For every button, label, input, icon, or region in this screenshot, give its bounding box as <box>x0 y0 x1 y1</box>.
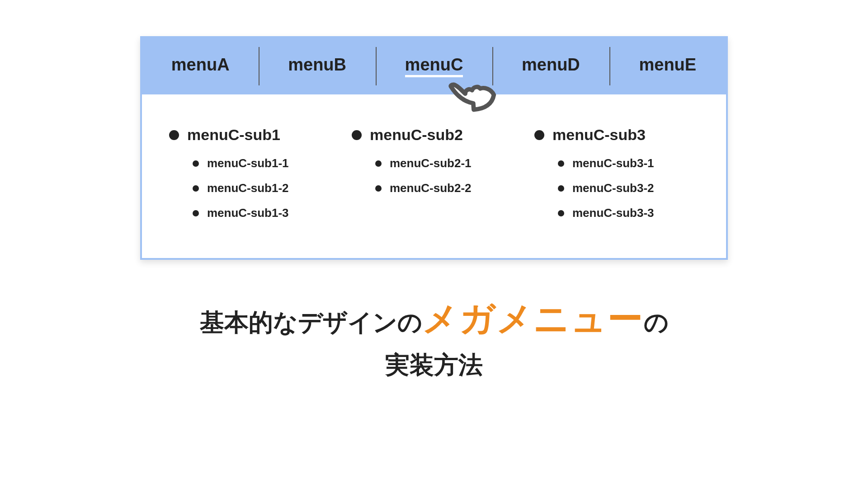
caption-accent: メガメニュー <box>422 299 644 338</box>
dropdown-link[interactable]: menuC-sub3-3 <box>558 206 699 220</box>
dropdown-heading[interactable]: menuC-sub2 <box>352 126 516 144</box>
menu-item-label: menuD <box>522 55 580 74</box>
menu-item-label: menuE <box>639 55 696 74</box>
menu-item-e[interactable]: menuE <box>609 38 726 94</box>
dropdown-column: menuC-sub2 menuC-sub2-1 menuC-sub2-2 <box>352 126 516 231</box>
menu-item-label: menuC <box>405 55 463 77</box>
menubar: menuA menuB menuC menuD menuE <box>142 38 726 94</box>
caption-post: の <box>644 309 669 336</box>
dropdown-link-label: menuC-sub3-3 <box>572 206 654 220</box>
bullet-icon <box>375 185 382 192</box>
menu-item-c[interactable]: menuC <box>376 38 492 94</box>
dropdown-heading-label: menuC-sub3 <box>552 126 646 144</box>
bullet-icon <box>193 185 199 192</box>
bullet-icon <box>193 210 199 216</box>
dropdown-link[interactable]: menuC-sub3-2 <box>558 181 699 195</box>
dropdown-sublist: menuC-sub3-1 menuC-sub3-2 menuC-sub3-3 <box>534 156 699 220</box>
bullet-icon <box>375 160 382 167</box>
dropdown-link[interactable]: menuC-sub1-3 <box>193 206 334 220</box>
dropdown-link-label: menuC-sub3-1 <box>572 156 654 170</box>
dropdown-link-label: menuC-sub1-3 <box>207 206 289 220</box>
menu-item-label: menuA <box>171 55 230 74</box>
bullet-icon <box>558 210 564 216</box>
bullet-icon <box>534 130 544 140</box>
dropdown-link-label: menuC-sub3-2 <box>572 181 654 195</box>
bullet-icon <box>352 130 362 140</box>
dropdown-sublist: menuC-sub2-1 menuC-sub2-2 <box>352 156 516 195</box>
menu-item-b[interactable]: menuB <box>259 38 375 94</box>
dropdown-link-label: menuC-sub2-2 <box>390 181 472 195</box>
bullet-icon <box>558 185 564 192</box>
dropdown-column: menuC-sub1 menuC-sub1-1 menuC-sub1-2 men… <box>169 126 334 231</box>
mega-menu-dropdown: menuC-sub1 menuC-sub1-1 menuC-sub1-2 men… <box>142 94 726 258</box>
caption-line2: 実装方法 <box>200 346 669 384</box>
dropdown-link[interactable]: menuC-sub1-2 <box>193 181 334 195</box>
dropdown-link-label: menuC-sub1-1 <box>207 156 289 170</box>
dropdown-heading-label: menuC-sub1 <box>187 126 280 144</box>
bullet-icon <box>169 130 179 140</box>
menu-item-d[interactable]: menuD <box>492 38 609 94</box>
dropdown-heading[interactable]: menuC-sub3 <box>534 126 699 144</box>
dropdown-link-label: menuC-sub1-2 <box>207 181 289 195</box>
diagram-caption: 基本的なデザインのメガメニューの 実装方法 <box>200 291 669 384</box>
dropdown-link[interactable]: menuC-sub1-1 <box>193 156 334 170</box>
dropdown-heading[interactable]: menuC-sub1 <box>169 126 334 144</box>
caption-pre: 基本的なデザインの <box>200 309 422 336</box>
dropdown-link[interactable]: menuC-sub2-1 <box>375 156 516 170</box>
mega-menu: menuA menuB menuC menuD menuE menuC-sub1 <box>140 36 728 260</box>
dropdown-link-label: menuC-sub2-1 <box>390 156 472 170</box>
dropdown-heading-label: menuC-sub2 <box>370 126 463 144</box>
dropdown-sublist: menuC-sub1-1 menuC-sub1-2 menuC-sub1-3 <box>169 156 334 220</box>
bullet-icon <box>193 160 199 167</box>
bullet-icon <box>558 160 564 167</box>
menu-item-label: menuB <box>288 55 346 74</box>
dropdown-column: menuC-sub3 menuC-sub3-1 menuC-sub3-2 men… <box>534 126 699 231</box>
dropdown-link[interactable]: menuC-sub2-2 <box>375 181 516 195</box>
menu-item-a[interactable]: menuA <box>142 38 259 94</box>
dropdown-link[interactable]: menuC-sub3-1 <box>558 156 699 170</box>
